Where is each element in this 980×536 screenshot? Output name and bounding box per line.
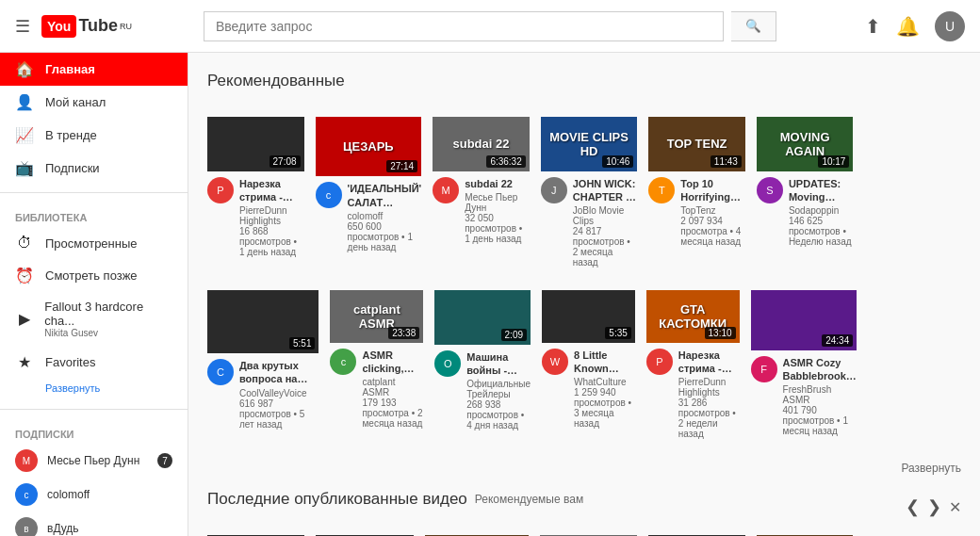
my-channel-icon: 👤	[15, 93, 34, 111]
video-card[interactable]: catplant ASMR 23:38 c ASMR clicking, scr…	[330, 290, 423, 439]
video-stats: 32 050 просмотров • 1 день назад	[465, 213, 530, 244]
video-meta: Нарезка стрима - GTA online, кастомки Pi…	[678, 349, 740, 440]
video-thumbnail: MOVIE CLIPS HD 10:46	[541, 117, 638, 171]
library-expand-btn[interactable]: Развернуть	[0, 379, 188, 401]
avatar[interactable]: U	[935, 11, 965, 41]
channel-avatar: J	[541, 177, 567, 203]
header: ☰ You Tube RU 🔍 ⬆ 🔔 U	[0, 0, 980, 53]
bell-icon[interactable]: 🔔	[896, 15, 920, 38]
yt-logo-icon: You	[41, 15, 76, 38]
video-stats: 1 259 940 просмотров • 3 месяца назад	[574, 387, 635, 429]
video-card[interactable]: MOVING AGAIN 10:17 S UPDATES: Moving Hou…	[757, 117, 854, 268]
video-meta: ASMR clicking, scratching, mouth sounds …	[362, 349, 423, 430]
video-info: J JOHN WICK: CHAPTER 2 Clip Compilation …	[541, 171, 638, 268]
video-meta: Нарезка стрима - Resident Evil 7 PierreD…	[239, 177, 304, 258]
search-icon: 🔍	[745, 19, 761, 33]
channel-avatar: T	[648, 177, 675, 203]
recent-prev-arrow[interactable]: ❮	[906, 496, 920, 517]
video-meta: Два крутых вопроса на собеседовании на р…	[239, 359, 318, 430]
sub-label: colomoff	[47, 488, 172, 501]
sidebar-item-favorites[interactable]: ★ Favorites	[0, 346, 188, 379]
video-duration: 6:36:32	[486, 155, 525, 168]
sidebar-item-sub3[interactable]: в вДудь	[0, 512, 188, 536]
video-title: Два крутых вопроса на собеседовании на р…	[239, 359, 318, 386]
video-channel: Официальные Трейлеры	[466, 379, 531, 399]
recommended-expand-btn[interactable]: Развернуть	[207, 462, 961, 475]
video-title: UPDATES: Moving House, New Room, Nick Mo…	[789, 177, 854, 204]
yt-logo-sup: RU	[120, 22, 132, 31]
video-thumbnail: ЦЕЗАРЬ 27:14	[316, 117, 422, 176]
sidebar-item-history[interactable]: ⏱ Просмотренные	[0, 227, 188, 259]
video-stats: 268 938 просмотров • 4 дня назад	[466, 399, 531, 430]
channel-avatar: c	[330, 349, 356, 375]
video-info: F ASMR Cozy Babblebrook Inn (With Music/…	[751, 350, 858, 437]
youtube-logo[interactable]: You Tube RU	[41, 15, 132, 38]
video-info: О Машина войны - Русский Трейлер (2017) …	[434, 345, 531, 431]
channel-avatar: F	[751, 356, 777, 382]
sidebar-watch-later-label: Смотреть позже	[45, 268, 138, 283]
video-duration: 5:51	[289, 337, 315, 349]
video-title: Top 10 Horrifying Facts about the ROMAN …	[680, 177, 745, 204]
search-button[interactable]: 🔍	[731, 11, 776, 41]
video-stats: 401 790 просмотров • 1 месяц назад	[783, 405, 858, 436]
recent-next-arrow[interactable]: ❯	[927, 496, 941, 517]
channel-avatar: W	[542, 349, 568, 375]
video-thumbnail: MOVING AGAIN 10:17	[757, 117, 854, 171]
watch-later-icon: ⏰	[15, 267, 34, 284]
sidebar-item-trending[interactable]: 📈 В тренде	[0, 119, 188, 152]
video-title: ASMR clicking, scratching, mouth sounds …	[362, 349, 423, 376]
sidebar: 🏠 Главная 👤 Мой канал 📈 В тренде 📺 Подпи…	[0, 53, 188, 536]
subscriptions-list: М Месье Пьер Дунн 7 c colomoff в вДудь B…	[0, 444, 188, 536]
video-card[interactable]: 2:09 О Машина войны - Русский Трейлер (2…	[434, 290, 531, 439]
video-card[interactable]: 27:08 P Нарезка стрима - Resident Evil 7…	[207, 117, 304, 268]
video-card[interactable]: TOP TENZ 11:43 T Top 10 Horrifying Facts…	[648, 117, 745, 268]
video-meta: 'ИДЕАЛЬНЫЙ' САЛАТ ЦЕЗАРЬ от Дружко! (ну …	[348, 182, 422, 252]
sidebar-favorites-label: Favorites	[45, 355, 95, 369]
sidebar-item-sub2[interactable]: c colomoff	[0, 478, 188, 512]
sidebar-history-label: Просмотренные	[45, 236, 138, 251]
video-card[interactable]: MOVIE CLIPS HD 10:46 J JOHN WICK: CHAPTE…	[541, 117, 638, 268]
video-info: S UPDATES: Moving House, New Room, Nick …	[757, 171, 854, 248]
video-info: c 'ИДЕАЛЬНЫЙ' САЛАТ ЦЕЗАРЬ от Дружко! (н…	[316, 176, 422, 252]
sub-avatar: в	[15, 517, 38, 536]
video-channel: JoBlo Movie Clips	[573, 205, 638, 226]
video-stats: 24 817 просмотров • 2 месяца назад	[573, 226, 638, 268]
channel-avatar: О	[434, 350, 461, 377]
sidebar-item-watch-later[interactable]: ⏰ Смотреть позже	[0, 259, 188, 292]
video-thumbnail: 27:08	[207, 117, 304, 171]
recommended-grid2: 5:51 C Два крутых вопроса на собеседован…	[207, 290, 961, 439]
video-card[interactable]: 5:35 W 8 Little Known Nuances That Make …	[542, 290, 635, 439]
sidebar-home-label: Главная	[45, 62, 95, 76]
video-thumbnail: GTA КАСТОМКИ 13:10	[646, 290, 740, 343]
video-info: T Top 10 Horrifying Facts about the ROMA…	[648, 171, 745, 248]
video-meta: 8 Little Known Nuances That Make Tom Har…	[574, 349, 635, 430]
sidebar-item-subscriptions[interactable]: 📺 Подписки	[0, 152, 188, 185]
video-channel: colomoff	[348, 211, 422, 221]
video-stats: 16 868 просмотров • 1 день назад	[239, 226, 304, 257]
video-meta: subdai 22 Месье Пьер Дунн 32 050 просмот…	[465, 177, 530, 244]
video-stats: 31 286 просмотров • 2 недели назад	[678, 398, 740, 439]
recent-close-btn[interactable]: ✕	[949, 498, 961, 516]
video-duration: 23:38	[388, 327, 419, 339]
sub-badge: 7	[157, 453, 172, 468]
upload-icon[interactable]: ⬆	[865, 15, 881, 38]
video-channel: TopTenz	[680, 205, 745, 216]
video-card[interactable]: 5:51 C Два крутых вопроса на собеседован…	[207, 290, 318, 439]
sidebar-my-channel-label: Мой канал	[45, 95, 106, 109]
sidebar-item-fallout[interactable]: ▶ Fallout 3 hardcore cha... Nikita Gusev	[0, 292, 188, 346]
video-card[interactable]: ЦЕЗАРЬ 27:14 c 'ИДЕАЛЬНЫЙ' САЛАТ ЦЕЗАРЬ …	[316, 117, 422, 268]
video-card[interactable]: 24:34 F ASMR Cozy Babblebrook Inn (With …	[751, 290, 858, 439]
main-content: Рекомендованные 27:08 P Нарезка стрима -…	[188, 53, 980, 536]
sidebar-item-my-channel[interactable]: 👤 Мой канал	[0, 86, 188, 119]
search-input[interactable]	[204, 11, 724, 41]
video-card[interactable]: GTA КАСТОМКИ 13:10 P Нарезка стрима - GT…	[646, 290, 740, 439]
video-info: P Нарезка стрима - GTA online, кастомки …	[646, 343, 740, 440]
video-duration: 10:17	[818, 155, 849, 168]
sidebar-item-home[interactable]: 🏠 Главная	[0, 53, 188, 86]
hamburger-icon[interactable]: ☰	[15, 16, 30, 37]
video-meta: ASMR Cozy Babblebrook Inn (With Music/Ta…	[783, 356, 858, 437]
video-channel: WhatCulture	[574, 377, 635, 387]
sidebar-item-sub1[interactable]: М Месье Пьер Дунн 7	[0, 444, 188, 478]
yt-logo-text: Tube	[78, 16, 118, 36]
video-card[interactable]: subdai 22 6:36:32 М subdai 22 Месье Пьер…	[433, 117, 530, 268]
